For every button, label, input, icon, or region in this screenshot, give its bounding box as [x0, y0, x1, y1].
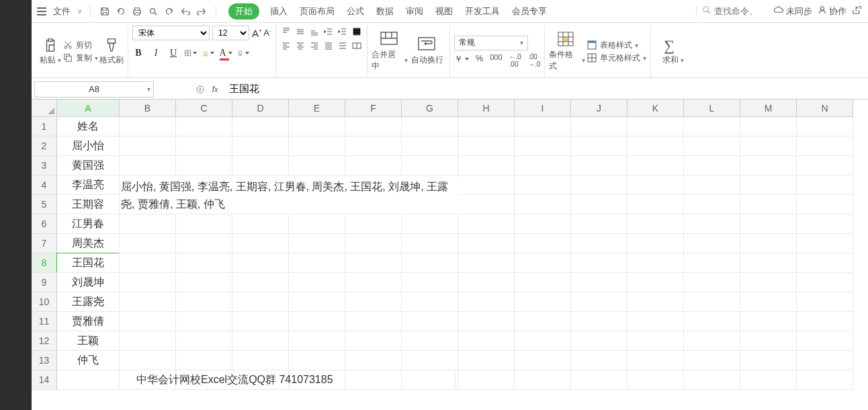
cell-style-button[interactable]: 单元格样式▾ [587, 52, 646, 64]
col-header-J[interactable]: J [571, 99, 627, 117]
cell[interactable] [797, 117, 853, 136]
cell[interactable] [458, 253, 515, 273]
cell-a1[interactable]: 姓名 [57, 117, 120, 136]
cell[interactable] [627, 175, 684, 195]
name-box[interactable]: A8 ▾ [34, 81, 154, 97]
cell[interactable] [402, 312, 458, 331]
cell[interactable] [232, 117, 289, 136]
border-button[interactable] [185, 47, 197, 59]
cell[interactable] [176, 253, 232, 273]
cell[interactable] [345, 234, 402, 253]
orientation-button[interactable] [351, 26, 363, 38]
cell[interactable] [458, 292, 515, 312]
cell[interactable] [402, 136, 458, 156]
cell[interactable] [740, 292, 797, 312]
col-header-L[interactable]: L [684, 99, 740, 117]
cell[interactable] [289, 253, 345, 273]
back-icon[interactable] [179, 5, 191, 17]
cell[interactable] [402, 253, 458, 273]
file-menu[interactable]: 文件 [53, 5, 71, 17]
save-icon[interactable] [99, 5, 111, 17]
indent-increase-button[interactable] [337, 26, 349, 38]
align-bottom-button[interactable] [308, 26, 320, 38]
cell[interactable] [571, 175, 627, 195]
cell[interactable] [571, 331, 627, 351]
bold-button[interactable]: B [132, 47, 144, 59]
row-header-7[interactable]: 7 [32, 234, 57, 253]
col-header-F[interactable]: F [345, 99, 402, 117]
align-center-button[interactable] [294, 40, 306, 52]
cell[interactable] [289, 292, 345, 312]
distribute-button[interactable] [337, 40, 349, 52]
cell[interactable] [627, 136, 684, 156]
cell[interactable] [176, 312, 232, 331]
cell[interactable] [571, 312, 627, 331]
row-header-4[interactable]: 4 [32, 175, 57, 195]
row-header-1[interactable]: 1 [32, 117, 57, 136]
active-cell-value[interactable]: 王国花 [57, 253, 120, 273]
cell[interactable] [740, 175, 797, 195]
cell[interactable] [740, 195, 797, 214]
command-search-input[interactable] [714, 6, 768, 16]
cell[interactable] [515, 214, 571, 234]
col-header-D[interactable]: D [232, 99, 289, 117]
cell[interactable] [627, 292, 684, 312]
cell[interactable] [571, 253, 627, 273]
cell[interactable] [289, 273, 345, 292]
cell[interactable] [684, 273, 740, 292]
name-cell[interactable]: 王期容 [57, 195, 120, 214]
cell[interactable] [684, 331, 740, 351]
align-top-button[interactable] [280, 26, 292, 38]
cell[interactable] [571, 370, 627, 390]
row-header-6[interactable]: 6 [32, 214, 57, 234]
cell[interactable] [458, 312, 515, 331]
cell[interactable] [345, 214, 402, 234]
copy-button[interactable]: 复制▾ [62, 52, 98, 64]
percent-button[interactable]: % [476, 53, 484, 68]
cell[interactable] [289, 117, 345, 136]
decrease-decimal-button[interactable]: .00→.0 [528, 53, 540, 68]
name-cell[interactable]: 黄国强 [57, 156, 120, 175]
number-format-select[interactable]: 常规▾ [454, 36, 528, 50]
name-cell[interactable]: 周美杰 [57, 234, 120, 253]
cell[interactable] [458, 136, 515, 156]
cell[interactable] [571, 156, 627, 175]
file-menu-dropdown[interactable]: ∨ [77, 7, 82, 15]
cell[interactable] [120, 312, 176, 331]
cell[interactable] [515, 370, 571, 390]
cell[interactable] [176, 136, 232, 156]
row-header-14[interactable]: 14 [32, 370, 57, 390]
cell[interactable] [797, 136, 853, 156]
col-header-A[interactable]: A [57, 99, 120, 117]
cell[interactable] [232, 351, 289, 370]
cell[interactable] [740, 214, 797, 234]
format-painter-button[interactable]: 格式刷 [99, 37, 124, 66]
cell[interactable] [627, 351, 684, 370]
paste-button[interactable]: 粘贴▾ [40, 37, 61, 66]
cell[interactable] [232, 136, 289, 156]
cell[interactable] [289, 234, 345, 253]
menu-icon[interactable] [37, 7, 46, 15]
cell[interactable] [458, 351, 515, 370]
cell[interactable] [289, 156, 345, 175]
cell[interactable] [232, 312, 289, 331]
cell[interactable] [684, 370, 740, 390]
cell[interactable] [515, 234, 571, 253]
cell[interactable] [797, 312, 853, 331]
cell[interactable] [458, 195, 515, 214]
cell[interactable] [345, 253, 402, 273]
cell[interactable] [289, 136, 345, 156]
increase-font-icon[interactable]: A+ [252, 28, 262, 39]
row-header-5[interactable]: 5 [32, 195, 57, 214]
ribbon-tab-0[interactable]: 开始 [228, 3, 259, 19]
cell[interactable] [627, 370, 684, 390]
name-cell[interactable]: 仲飞 [57, 351, 120, 370]
col-header-N[interactable]: N [797, 99, 853, 117]
cell[interactable] [627, 234, 684, 253]
row-header-2[interactable]: 2 [32, 136, 57, 156]
cell[interactable] [176, 351, 232, 370]
cell[interactable] [571, 273, 627, 292]
ribbon-tab-1[interactable]: 插入 [269, 3, 289, 20]
cancel-edit-icon[interactable] [194, 83, 206, 95]
cell[interactable] [345, 331, 402, 351]
